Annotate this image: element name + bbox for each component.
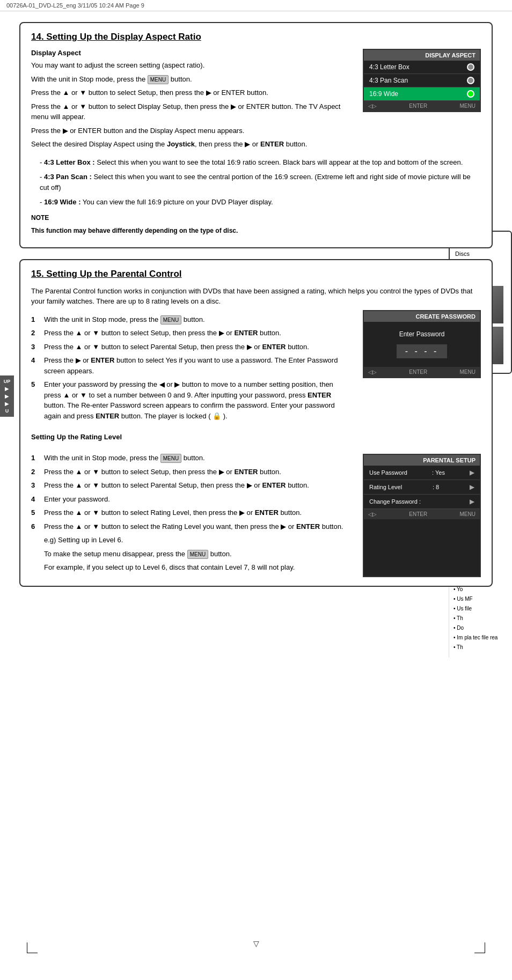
parental-step-3: 3 Press the ▲ or ▼ button to select Pare… — [31, 342, 352, 352]
display-aspect-item-2-label: 4:3 Pan Scan — [369, 77, 408, 84]
parental-item-3-arrow: ▶ — [470, 498, 474, 505]
rating-steps-list: 1 With the unit in Stop mode, press the … — [31, 453, 352, 573]
bullet-text-2: Select this when you want to see the cen… — [40, 173, 471, 191]
rating-num-3: 3 — [31, 480, 40, 491]
rating-eg-text: e.g) Setting up in Level 6. — [44, 535, 123, 546]
parental-menu-header: PARENTAL SETUP — [364, 455, 480, 466]
rating-note2: For example, if you select up to Level 6… — [31, 562, 352, 573]
step-text-4: Press the ▶ or ENTER button to select Ye… — [44, 355, 352, 376]
cdr-th: • Th — [454, 615, 508, 622]
step-num-2: 2 — [31, 328, 40, 338]
section14-title: 14. Setting Up the Display Aspect Ratio — [31, 32, 481, 42]
display-aspect-item-1: 4:3 Letter Box — [364, 61, 480, 74]
create-password-body: Enter Password - - - - — [364, 322, 480, 367]
step-num-4: 4 — [31, 355, 40, 376]
rating-text-4: Enter your password. — [44, 494, 110, 505]
rating-text-3: Press the ▲ or ▼ button to select Parent… — [44, 480, 309, 491]
display-aspect-step3: Press the ▲ or ▼ button to select Displa… — [31, 101, 352, 122]
rating-step-6: 6 Press the ▲ or ▼ button to select the … — [31, 521, 352, 532]
file-info: 00726A-01_DVD-L25_eng 3/11/05 10:24 AM P… — [6, 2, 144, 9]
parental-item-2-value: : 8 — [433, 484, 439, 490]
parental-setup-menu: PARENTAL SETUP Use Password : Yes ▶ Rati… — [363, 454, 481, 577]
menu-btn-r1: MENU — [160, 454, 181, 463]
step-num-1: 1 — [31, 314, 40, 325]
parental-layout: 1 With the unit in Stop mode, press the … — [31, 310, 481, 426]
display-aspect-subtitle: Display Aspect — [31, 49, 352, 57]
left-bar-u: U — [5, 408, 9, 414]
bullet-item-1: 4:3 Letter Box : Select this when you wa… — [40, 157, 481, 168]
note-text: This function may behave differently dep… — [31, 226, 481, 235]
parental-step-5: 5 Enter your password by pressing the ◀ … — [31, 379, 352, 421]
display-aspect-item-3-label: 16:9 Wide — [369, 90, 398, 98]
display-aspect-bullets: 4:3 Letter Box : Select this when you wa… — [40, 157, 481, 208]
bullet-label-3: 16:9 Wide : — [44, 198, 81, 206]
rating-step-2: 2 Press the ▲ or ▼ button to select Setu… — [31, 467, 352, 477]
rating-text-6: Press the ▲ or ▼ button to select the Ra… — [44, 521, 343, 532]
display-aspect-radio-2 — [467, 77, 474, 84]
cdr-do: • Do — [454, 624, 508, 632]
section14-box: 14. Setting Up the Display Aspect Ratio … — [19, 22, 493, 248]
parental-steps-text: 1 With the unit in Stop mode, press the … — [31, 310, 352, 426]
section15-title: 15. Setting Up the Parental Control — [31, 269, 481, 279]
rating-step-1: 1 With the unit in Stop mode, press the … — [31, 453, 352, 463]
step-text-3: Press the ▲ or ▼ button to select Parent… — [44, 342, 309, 352]
display-aspect-menu: DISPLAY ASPECT 4:3 Letter Box 4:3 Pan Sc… — [363, 49, 481, 112]
step-num-3: 3 — [31, 342, 40, 352]
rating-level-title: Setting Up the Rating Level — [31, 433, 481, 441]
parental-item-1-label: Use Password — [369, 469, 407, 476]
pm-footer-nav: ◁▷ — [368, 511, 377, 517]
display-aspect-text: Display Aspect You may want to adjust th… — [31, 49, 352, 153]
step-text-5: Enter your password by pressing the ◀ or… — [44, 379, 352, 421]
create-password-header: CREATE PASSWORD — [364, 311, 480, 322]
display-aspect-step2: Press the ▲ or ▼ button to select Setup,… — [31, 87, 352, 98]
note-title: NOTE — [31, 213, 481, 223]
rating-num-1: 1 — [31, 453, 40, 463]
parental-steps-list: 1 With the unit in Stop mode, press the … — [31, 314, 352, 422]
rating-step-5: 5 Press the ▲ or ▼ button to select Rati… — [31, 507, 352, 518]
parental-menu-item-2: Rating Level : 8 ▶ — [364, 480, 480, 495]
display-aspect-item-1-label: 4:3 Letter Box — [369, 63, 409, 71]
parental-menu-footer: ◁▷ ENTER MENU — [364, 509, 480, 519]
rating-note1-text: To make the setup menu disappear, press … — [44, 549, 232, 559]
rating-num-6: 6 — [31, 521, 40, 532]
display-aspect-item-3: 16:9 Wide — [364, 87, 480, 101]
section16-text1: Discs — [455, 249, 506, 259]
left-bar: UP ▶ ▶ ▶ U — [0, 375, 14, 417]
rating-num-2: 2 — [31, 467, 40, 477]
crop-mark-br — [474, 942, 485, 953]
pm-footer-menu: MENU — [460, 511, 476, 517]
rating-text-2: Press the ▲ or ▼ button to select Setup,… — [44, 467, 281, 477]
parental-item-1-arrow: ▶ — [470, 469, 474, 476]
create-password-box: CREATE PASSWORD Enter Password - - - - ◁… — [363, 310, 481, 378]
rating-eg-space — [31, 535, 40, 546]
display-aspect-item-2: 4:3 Pan Scan — [364, 74, 480, 87]
menu-btn-inline: MENU — [148, 75, 169, 84]
bullet-label-2: 4:3 Pan Scan : — [44, 173, 92, 181]
main-content: 14. Setting Up the Display Aspect Ratio … — [15, 22, 497, 587]
display-aspect-menu-footer: ◁▷ ENTER MENU — [364, 101, 480, 111]
rating-eg: e.g) Setting up in Level 6. — [31, 535, 352, 546]
display-aspect-step5: Select the desired Display Aspect using … — [31, 139, 352, 150]
header-bar: 00726A-01_DVD-L25_eng 3/11/05 10:24 AM P… — [0, 0, 512, 11]
cp-footer-nav: ◁▷ — [368, 369, 377, 375]
parental-item-2-arrow: ▶ — [470, 483, 474, 491]
bullet-item-3: 16:9 Wide : You can view the full 16:9 p… — [40, 197, 481, 208]
left-bar-up: UP — [4, 379, 11, 384]
bottom-registration: ▽ — [253, 939, 259, 948]
crop-mark-bl — [27, 942, 38, 953]
rating-note1-space — [31, 549, 40, 559]
cdr-yo: • Yo — [454, 586, 508, 593]
menu-btn-r2: MENU — [187, 550, 208, 559]
cp-footer-menu: MENU — [460, 369, 476, 375]
left-bar-arrow2: ▶ — [5, 393, 9, 399]
section15-intro: The Parental Control function works in c… — [31, 286, 481, 307]
rating-note2-text: For example, if you select up to Level 6… — [44, 562, 295, 573]
parental-menu-item-1: Use Password : Yes ▶ — [364, 466, 480, 480]
parental-item-3-label: Change Password : — [369, 498, 421, 505]
rating-num-5: 5 — [31, 507, 40, 518]
rating-section-layout: 1 With the unit in Stop mode, press the … — [31, 448, 481, 577]
menu-btn-1: MENU — [160, 315, 181, 325]
display-aspect-menu-header: DISPLAY ASPECT — [364, 50, 480, 61]
display-aspect-step4: Press the ▶ or ENTER button and the Disp… — [31, 126, 352, 136]
create-password-footer: ◁▷ ENTER MENU — [364, 367, 480, 377]
